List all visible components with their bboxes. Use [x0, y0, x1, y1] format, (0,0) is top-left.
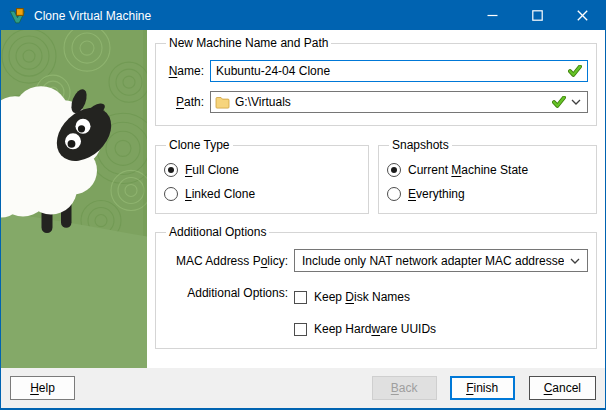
sheep-illustration — [1, 30, 147, 368]
radio-linked-clone-label: Linked Clone — [185, 187, 255, 201]
close-icon — [577, 10, 588, 21]
cancel-button[interactable]: Cancel — [529, 376, 596, 400]
clone-vm-dialog: Clone Virtual Machine — [0, 0, 606, 410]
chevron-down-icon — [571, 99, 581, 105]
group-additional-options: Additional Options MAC Address Policy: I… — [155, 225, 597, 349]
radio-indicator — [387, 163, 401, 177]
valid-check-icon — [552, 96, 566, 108]
type-snapshot-columns: Clone Type Full Clone Linked Clone Snaps… — [155, 138, 597, 214]
checkbox-keep-disk-names-label: Keep Disk Names — [314, 290, 410, 304]
name-value: Kubuntu-24-04 Clone — [216, 64, 568, 78]
checkbox-keep-disk-names[interactable]: Keep Disk Names — [294, 290, 410, 304]
minimize-button[interactable] — [470, 1, 515, 30]
maximize-icon — [532, 10, 543, 21]
clone-form: New Machine Name and Path Name: Kubuntu-… — [147, 30, 605, 368]
group-clone-type-title: Clone Type — [166, 138, 233, 152]
finish-button[interactable]: Finish — [450, 376, 515, 400]
group-name-and-path-title: New Machine Name and Path — [166, 36, 331, 50]
radio-indicator — [164, 163, 178, 177]
mac-policy-row: MAC Address Policy: Include only NAT net… — [164, 249, 588, 272]
radio-indicator — [164, 187, 178, 201]
close-button[interactable] — [560, 1, 605, 30]
radio-indicator — [387, 187, 401, 201]
name-label: Name: — [164, 64, 204, 78]
checkbox-indicator — [294, 291, 307, 304]
name-input[interactable]: Kubuntu-24-04 Clone — [210, 60, 588, 82]
path-value: G:\Virtuals — [235, 95, 547, 109]
mac-policy-label: MAC Address Policy: — [164, 254, 288, 268]
radio-current-machine-state-label: Current Machine State — [408, 163, 528, 177]
group-clone-type: Clone Type Full Clone Linked Clone — [155, 138, 369, 214]
path-row: Path: G:\Virtuals — [164, 91, 588, 113]
checkbox-keep-hardware-uuids[interactable]: Keep Hardware UUIDs — [294, 322, 436, 336]
group-snapshots-title: Snapshots — [389, 138, 452, 152]
dialog-body: New Machine Name and Path Name: Kubuntu-… — [1, 30, 605, 368]
sheep-illustration-svg — [1, 30, 147, 368]
valid-check-icon — [568, 65, 582, 77]
button-bar: Help Back Finish Cancel — [1, 368, 605, 408]
window-title: Clone Virtual Machine — [34, 9, 470, 23]
checkbox-indicator — [294, 323, 307, 336]
path-label: Path: — [164, 95, 204, 109]
name-row: Name: Kubuntu-24-04 Clone — [164, 60, 588, 82]
mac-policy-value: Include only NAT network adapter MAC add… — [302, 254, 564, 268]
maximize-button[interactable] — [515, 1, 560, 30]
radio-linked-clone[interactable]: Linked Clone — [164, 187, 360, 201]
virtualbox-clone-icon — [9, 7, 26, 24]
back-button[interactable]: Back — [372, 376, 437, 400]
additional-options-row-2: Keep Hardware UUIDs — [164, 313, 588, 336]
checkbox-keep-hardware-uuids-label: Keep Hardware UUIDs — [314, 322, 436, 336]
additional-options-row-1: Additional Options: Keep Disk Names — [164, 281, 588, 304]
folder-icon — [215, 96, 230, 109]
group-name-and-path: New Machine Name and Path Name: Kubuntu-… — [155, 36, 597, 126]
chevron-down-icon — [570, 258, 580, 264]
additional-options-label: Additional Options: — [164, 286, 288, 300]
radio-everything-label: Everything — [408, 187, 465, 201]
radio-full-clone-label: Full Clone — [185, 163, 239, 177]
group-additional-options-title: Additional Options — [166, 225, 269, 239]
radio-full-clone[interactable]: Full Clone — [164, 163, 360, 177]
radio-current-machine-state[interactable]: Current Machine State — [387, 163, 588, 177]
group-snapshots: Snapshots Current Machine State Everythi… — [378, 138, 597, 214]
path-combobox[interactable]: G:\Virtuals — [210, 91, 588, 113]
radio-everything[interactable]: Everything — [387, 187, 588, 201]
mac-policy-select[interactable]: Include only NAT network adapter MAC add… — [294, 249, 588, 272]
minimize-icon — [487, 10, 498, 21]
help-button[interactable]: Help — [10, 376, 75, 400]
titlebar: Clone Virtual Machine — [1, 1, 605, 30]
